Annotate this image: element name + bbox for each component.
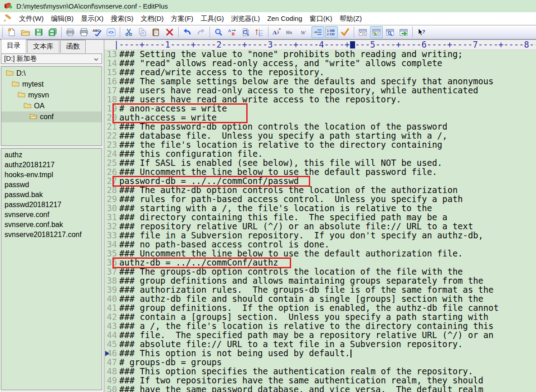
- redo-button[interactable]: [195, 26, 207, 38]
- code-area[interactable]: 13### Setting the value to "none" prohib…: [104, 50, 536, 392]
- code-line[interactable]: 24### this configuration file.: [104, 150, 536, 159]
- code-line[interactable]: 43### a /, the file's location is relati…: [104, 322, 536, 331]
- code-line[interactable]: 41### group definitions. If the option i…: [104, 304, 536, 313]
- delete-button[interactable]: [163, 26, 176, 38]
- code-line[interactable]: 14### "read" allows read-only access, an…: [104, 59, 536, 68]
- browser-preview-button[interactable]: [384, 26, 396, 38]
- save-all-button[interactable]: [46, 26, 59, 38]
- code-line[interactable]: 49### If two repositories have the same …: [104, 376, 536, 385]
- code-line[interactable]: 13### Setting the value to "none" prohib…: [104, 50, 536, 59]
- tree-item-mytest[interactable]: mytest: [1, 79, 102, 90]
- code-line[interactable]: 26### Uncomment the line below to use th…: [104, 168, 536, 177]
- sidebar-tab-cliptext[interactable]: 文本库: [27, 40, 59, 53]
- code-line[interactable]: 21### The password-db option controls th…: [104, 122, 536, 131]
- code-line[interactable]: 29### rules for path-based access contro…: [104, 195, 536, 204]
- code-line[interactable]: 34### no path-based access control is do…: [104, 240, 536, 249]
- menu-item[interactable]: 文档(D): [137, 13, 167, 24]
- menu-item[interactable]: 显示(X): [77, 13, 107, 24]
- code-line[interactable]: 31### directory containing this file. Th…: [104, 213, 536, 222]
- code-line[interactable]: 38### group definitions and allows maint…: [104, 276, 536, 286]
- line-numbers-button[interactable]: 1AB2CD: [325, 26, 338, 38]
- code-line[interactable]: 30### starting with a /, the file's loca…: [104, 204, 536, 213]
- menu-item[interactable]: 文件(W): [15, 13, 47, 24]
- file-item[interactable]: passwd20181217: [1, 200, 102, 210]
- replace-button[interactable]: AB: [226, 26, 239, 38]
- code-line[interactable]: 44### file. The specified path may be a …: [104, 331, 536, 340]
- code-line[interactable]: 45### absolute file:// URL to a text fil…: [104, 340, 536, 349]
- menu-item[interactable]: 窗口(K): [306, 13, 336, 24]
- find-in-files-button[interactable]: [239, 26, 252, 38]
- code-line[interactable]: 23### the file's location is relative to…: [104, 140, 536, 150]
- code-line[interactable]: 20auth-access = write: [104, 113, 536, 122]
- code-line[interactable]: 37### The groups-db option controls the …: [104, 267, 536, 276]
- code-line[interactable]: 19# anon-access = write: [104, 104, 536, 113]
- menu-item[interactable]: 帮助(Z): [336, 13, 365, 24]
- file-item[interactable]: passwd.bak: [1, 190, 102, 200]
- open-file-button[interactable]: [19, 26, 32, 38]
- code-line[interactable]: 15### read/write access to the repositor…: [104, 68, 536, 77]
- tree-item-mysvn[interactable]: mysvn: [1, 90, 102, 101]
- menu-item[interactable]: 编辑(B): [47, 13, 77, 24]
- context-help-button[interactable]: ?: [415, 26, 428, 38]
- cut-button[interactable]: [122, 26, 135, 38]
- code-line[interactable]: 47# groups-db = groups: [104, 358, 536, 367]
- copy-button[interactable]: [136, 26, 149, 38]
- spell-check-button[interactable]: ABC: [91, 26, 104, 38]
- editor[interactable]: |----+----1----+----2----+----3----+----…: [104, 40, 536, 392]
- code-line[interactable]: 33### file in a Subversion repository. I…: [104, 231, 536, 240]
- tree-item-oa[interactable]: OA: [1, 101, 102, 111]
- file-item[interactable]: hooks-env.tmpl: [1, 170, 102, 180]
- find-button[interactable]: [212, 26, 225, 38]
- code-line[interactable]: 28### The authz-db option controls the l…: [104, 186, 536, 195]
- menu-item[interactable]: 方案(F): [167, 13, 197, 24]
- indent-guide-button[interactable]: [312, 26, 324, 38]
- code-line[interactable]: 17### users have read-only access to the…: [104, 86, 536, 95]
- code-line[interactable]: 46### This option is not being used by d…: [104, 349, 536, 358]
- syntax-check-button[interactable]: [339, 26, 351, 38]
- document-list-button[interactable]: [356, 26, 369, 38]
- code-line[interactable]: 27password-db = ../../commConf/passwd: [104, 177, 536, 186]
- code-line[interactable]: 36authz-db = ../../commConf/authz: [104, 258, 536, 267]
- set-font-button[interactable]: Aã: [271, 26, 283, 38]
- sidebar-tab-directory[interactable]: 目录: [1, 39, 26, 53]
- menu-item[interactable]: 搜索(S): [107, 13, 137, 24]
- menu-item[interactable]: 浏览器(L): [228, 13, 263, 24]
- code-line[interactable]: 22### database file. Unless you specify …: [104, 131, 536, 140]
- save-button[interactable]: [33, 26, 45, 38]
- tree-item-conf[interactable]: conf: [1, 111, 102, 122]
- code-line[interactable]: 18### users have read and write access t…: [104, 95, 536, 104]
- code-line[interactable]: 32### repository relative URL (^/) or an…: [104, 222, 536, 231]
- undo-button[interactable]: [181, 26, 194, 38]
- print-button[interactable]: [78, 26, 90, 38]
- print-preview-button[interactable]: [64, 26, 77, 38]
- word-wrap-button[interactable]: W: [298, 26, 311, 38]
- code-line[interactable]: 25### If SASL is enabled (see below), th…: [104, 159, 536, 168]
- menu-item[interactable]: Zen Coding: [263, 13, 306, 24]
- menu-item[interactable]: 工具(G): [197, 13, 228, 24]
- file-item[interactable]: authz20181217: [1, 160, 102, 170]
- code-line[interactable]: 50### have the same password database, a…: [104, 385, 536, 392]
- html-toolbar-button[interactable]: <>: [105, 26, 117, 38]
- file-item[interactable]: passwd: [1, 180, 102, 190]
- file-item[interactable]: svnserve20181217.conf: [1, 230, 102, 240]
- file-item[interactable]: svnserve.conf: [1, 210, 102, 220]
- code-line[interactable]: 35### Uncomment the line below to use th…: [104, 249, 536, 258]
- paste-button[interactable]: [150, 26, 162, 38]
- file-item[interactable]: authz: [1, 150, 102, 160]
- toolbar-grip[interactable]: [1, 27, 4, 38]
- hex-viewer-button[interactable]: Hx: [284, 26, 297, 38]
- undo-icon: [183, 28, 192, 36]
- code-line[interactable]: 40### authz-db file and should contain a…: [104, 295, 536, 304]
- directory-window-button[interactable]: [370, 26, 383, 38]
- code-line[interactable]: 39### authorization rules. The groups-db…: [104, 286, 536, 295]
- new-file-button[interactable]: [5, 26, 18, 38]
- code-line[interactable]: 48### This option specifies the authenti…: [104, 367, 536, 376]
- view-in-browser-button[interactable]: [397, 26, 410, 38]
- tree-item-d[interactable]: D:\: [1, 68, 102, 79]
- code-line[interactable]: 16### The sample settings below are the …: [104, 77, 536, 86]
- sort-lines-button[interactable]: 1—2—3—: [253, 26, 266, 38]
- code-line[interactable]: 42### contain a [groups] section. Unless…: [104, 313, 536, 322]
- drive-selector[interactable]: [D:] 新加卷: [1, 53, 102, 64]
- file-item[interactable]: svnserve.conf.bak: [1, 220, 102, 230]
- sidebar-tab-functions[interactable]: 函数: [60, 40, 86, 53]
